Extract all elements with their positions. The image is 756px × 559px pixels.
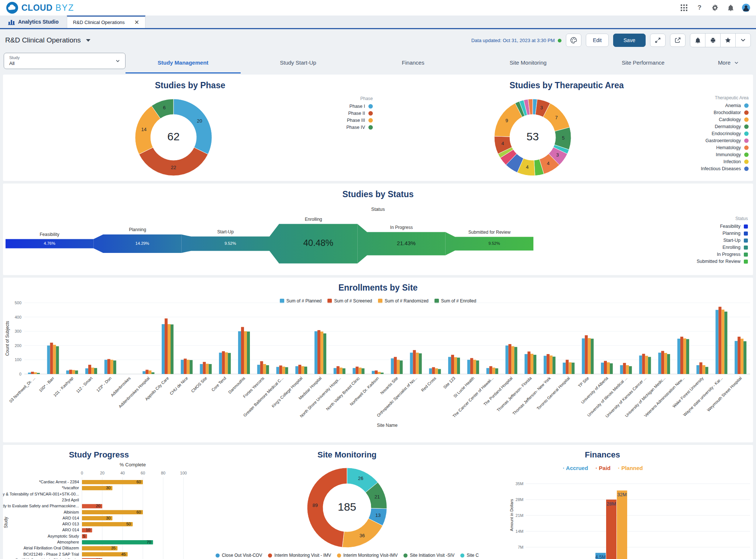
more-caret-icon[interactable]	[735, 34, 750, 47]
bar[interactable]	[323, 333, 326, 374]
bar[interactable]	[429, 368, 432, 374]
bar[interactable]	[28, 373, 31, 374]
bar[interactable]	[337, 366, 340, 374]
study-progress-chart[interactable]: % Complete020406080100Study*Cardiac Arre…	[3, 445, 224, 559]
bar[interactable]	[162, 324, 165, 374]
bar[interactable]	[544, 356, 547, 374]
bar[interactable]	[353, 368, 355, 374]
bar[interactable]	[222, 351, 225, 374]
page-title-caret-icon[interactable]	[86, 39, 90, 42]
bar[interactable]	[315, 331, 317, 374]
bar[interactable]	[82, 552, 128, 557]
bar[interactable]	[82, 510, 143, 515]
bar[interactable]	[209, 364, 212, 374]
bar[interactable]	[142, 371, 145, 374]
bar[interactable]	[413, 350, 416, 374]
bar[interactable]	[244, 331, 247, 374]
bar[interactable]	[448, 357, 451, 374]
bar[interactable]	[645, 356, 648, 374]
tab-study-start-up[interactable]: Study Start-Up	[241, 53, 356, 73]
bar[interactable]	[601, 363, 604, 374]
bar[interactable]	[550, 356, 553, 374]
bar[interactable]	[525, 354, 528, 374]
legend-item[interactable]: Immunology	[716, 152, 749, 157]
bar[interactable]	[397, 360, 400, 374]
bar[interactable]	[505, 346, 508, 374]
tab-more[interactable]: More	[701, 53, 756, 73]
bar[interactable]	[607, 362, 610, 374]
fullscreen-button[interactable]	[650, 34, 666, 47]
bar[interactable]	[547, 354, 550, 374]
bar[interactable]	[148, 370, 151, 374]
legend-item[interactable]: Interim Monitoring Visit - IMV	[268, 553, 331, 558]
bar[interactable]	[677, 339, 680, 374]
bar[interactable]	[639, 356, 642, 374]
bar[interactable]	[642, 354, 645, 374]
bar[interactable]	[489, 366, 492, 374]
bar[interactable]	[566, 360, 569, 374]
bar[interactable]	[171, 325, 173, 374]
bar[interactable]	[738, 337, 740, 374]
bar[interactable]	[151, 372, 154, 374]
bar[interactable]	[200, 364, 203, 374]
bar[interactable]	[187, 360, 190, 374]
bar[interactable]	[263, 364, 266, 374]
bar[interactable]	[629, 366, 632, 374]
user-avatar[interactable]	[742, 4, 750, 12]
legend-item[interactable]: Hematology	[716, 145, 749, 150]
legend-item[interactable]: Endocrinology	[712, 131, 749, 136]
bar[interactable]	[301, 366, 304, 374]
bar[interactable]	[528, 351, 530, 374]
subscribe-bell-icon[interactable]	[690, 34, 705, 47]
bar[interactable]	[661, 351, 664, 374]
bar[interactable]	[47, 346, 50, 374]
bar[interactable]	[648, 357, 651, 374]
bar[interactable]	[85, 368, 88, 374]
bar[interactable]	[697, 365, 700, 374]
bar[interactable]	[228, 353, 231, 374]
bar[interactable]	[667, 354, 670, 374]
bar[interactable]	[451, 355, 454, 374]
bar[interactable]	[743, 341, 746, 374]
legend-item[interactable]: Enrolling	[722, 245, 748, 250]
legend-item[interactable]: Site C	[460, 553, 479, 558]
bar[interactable]	[378, 372, 381, 374]
bar[interactable]	[82, 480, 143, 484]
apps-grid-icon[interactable]	[680, 4, 688, 12]
theme-palette-button[interactable]	[566, 34, 581, 47]
bar[interactable]	[606, 500, 616, 559]
bar[interactable]	[740, 339, 743, 374]
bar[interactable]	[343, 368, 346, 374]
bar[interactable]	[495, 368, 498, 374]
bar[interactable]	[514, 347, 517, 374]
bar[interactable]	[476, 360, 479, 374]
bar[interactable]	[113, 360, 116, 374]
bar[interactable]	[285, 367, 288, 374]
site-monitoring-donut[interactable]: 2621133689185	[303, 464, 391, 553]
bar[interactable]	[591, 339, 594, 374]
bar[interactable]	[686, 339, 689, 374]
legend-item[interactable]: Infection	[724, 159, 749, 164]
bar[interactable]	[391, 359, 394, 374]
legend-item[interactable]: In Progress	[717, 252, 748, 257]
bar[interactable]	[705, 367, 708, 374]
bar[interactable]	[358, 368, 361, 374]
bar[interactable]	[276, 367, 279, 374]
bar[interactable]	[700, 362, 702, 374]
bar[interactable]	[508, 344, 511, 374]
bar[interactable]	[658, 353, 661, 374]
bar[interactable]	[266, 365, 269, 374]
bar[interactable]	[295, 366, 298, 374]
settings-gear-icon[interactable]	[711, 4, 719, 12]
bar[interactable]	[702, 365, 705, 374]
legend-item[interactable]: Interim Monitoring Visit-IMV	[337, 553, 398, 558]
edit-button[interactable]: Edit	[586, 34, 609, 47]
bar[interactable]	[104, 360, 107, 374]
legend-item[interactable]: Phase II	[348, 111, 373, 116]
bar[interactable]	[82, 522, 133, 527]
bar[interactable]	[31, 372, 34, 374]
bar[interactable]	[487, 368, 489, 374]
bar[interactable]	[50, 343, 53, 374]
bar[interactable]	[247, 332, 250, 374]
bar[interactable]	[260, 361, 263, 374]
